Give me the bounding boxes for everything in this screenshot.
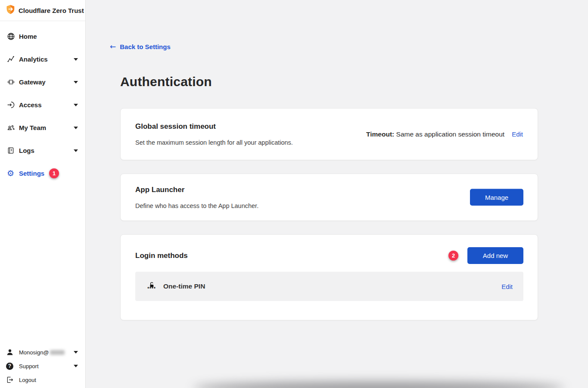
timeout-meta: Timeout: Same as application session tim… [366, 130, 523, 138]
sidebar: Cloudflare Zero Trust Home [0, 0, 86, 388]
timeout-value-text: Timeout: Same as application session tim… [366, 130, 504, 138]
sidebar-item-gateway[interactable]: Gateway [0, 71, 85, 93]
redacted-text [50, 350, 65, 355]
sidebar-item-label: Gateway [19, 78, 46, 86]
sidebar-item-logs[interactable]: Logs [0, 139, 85, 162]
card-description: Set the maximum session length for all y… [135, 139, 523, 146]
globe-icon [7, 32, 16, 40]
account-menu[interactable]: Monosign@ [0, 345, 85, 359]
card-title: Global session timeout [135, 122, 523, 131]
logs-icon [7, 146, 16, 155]
logout-label: Logout [19, 377, 36, 383]
add-new-button[interactable]: Add new [467, 247, 523, 264]
manage-button[interactable]: Manage [470, 189, 523, 206]
gear-icon: ⚙ [7, 169, 16, 177]
app-title: Cloudflare Zero Trust [19, 7, 84, 14]
sidebar-item-settings[interactable]: ⚙ Settings 1 [0, 162, 85, 185]
global-session-timeout-card: Global session timeout Set the maximum s… [120, 108, 538, 160]
chevron-down-icon [74, 351, 78, 354]
back-link-label: Back to Settings [120, 43, 171, 50]
logout-icon [6, 376, 15, 384]
bottom-edge-shadow [193, 382, 564, 388]
sidebar-item-label: Home [19, 33, 37, 40]
app-launcher-card: App Launcher Define who has access to th… [120, 174, 538, 221]
sidebar-item-label: Logs [19, 147, 34, 154]
sidebar-item-home[interactable]: Home [0, 25, 85, 48]
sidebar-item-access[interactable]: Access [0, 93, 85, 116]
sidebar-item-analytics[interactable]: Analytics [0, 48, 85, 71]
edit-login-method-link[interactable]: Edit [501, 283, 513, 290]
chevron-down-icon [74, 104, 78, 106]
chevron-down-icon [74, 81, 78, 84]
chevron-down-icon [74, 365, 78, 367]
support-label: Support [19, 363, 39, 369]
sidebar-item-my-team[interactable]: My Team [0, 116, 85, 139]
main-content: ← Back to Settings Authentication Global… [86, 0, 588, 388]
edit-timeout-link[interactable]: Edit [512, 130, 523, 138]
logout-button[interactable]: Logout [0, 373, 85, 387]
app-window: Cloudflare Zero Trust Home [0, 0, 588, 388]
back-to-settings-link[interactable]: ← Back to Settings [110, 43, 171, 50]
sidebar-item-label: My Team [19, 124, 46, 131]
card-title: Login methods [135, 251, 188, 260]
card-description: Define who has access to the App Launche… [135, 202, 523, 209]
page-title: Authentication [120, 74, 588, 89]
back-arrow-icon: ← [110, 43, 116, 50]
team-icon [7, 124, 16, 132]
account-label: Monosign@ [19, 349, 49, 356]
chevron-down-icon [74, 127, 78, 129]
sidebar-item-label: Analytics [19, 56, 48, 63]
timeout-value: Same as application session timeout [396, 130, 505, 138]
otp-lock-icon: **** [146, 282, 157, 291]
support-menu[interactable]: Support [0, 359, 85, 373]
analytics-icon [7, 55, 16, 63]
chevron-down-icon [74, 58, 78, 61]
annotation-badge-1: 1 [49, 168, 59, 178]
gateway-icon [7, 78, 16, 86]
sidebar-nav: Home Analytics [0, 21, 85, 185]
otp-stars: **** [147, 287, 156, 291]
chevron-down-icon [74, 149, 78, 152]
help-icon [6, 363, 15, 370]
login-method-row: **** One-time PIN Edit [135, 272, 523, 301]
sidebar-item-label: Settings [19, 170, 44, 177]
annotation-badge-2: 2 [448, 251, 458, 261]
login-method-name: One-time PIN [163, 282, 205, 290]
cloudflare-shield-icon [6, 4, 15, 16]
logo-row: Cloudflare Zero Trust [0, 0, 85, 21]
card-title: App Launcher [135, 186, 523, 194]
timeout-label: Timeout: [366, 130, 394, 138]
access-icon [7, 101, 16, 109]
sidebar-footer: Monosign@ Support Logout [0, 345, 85, 387]
login-methods-card: Login methods 2 Add new **** [120, 234, 538, 320]
user-icon [6, 348, 15, 356]
sidebar-item-label: Access [19, 101, 42, 109]
